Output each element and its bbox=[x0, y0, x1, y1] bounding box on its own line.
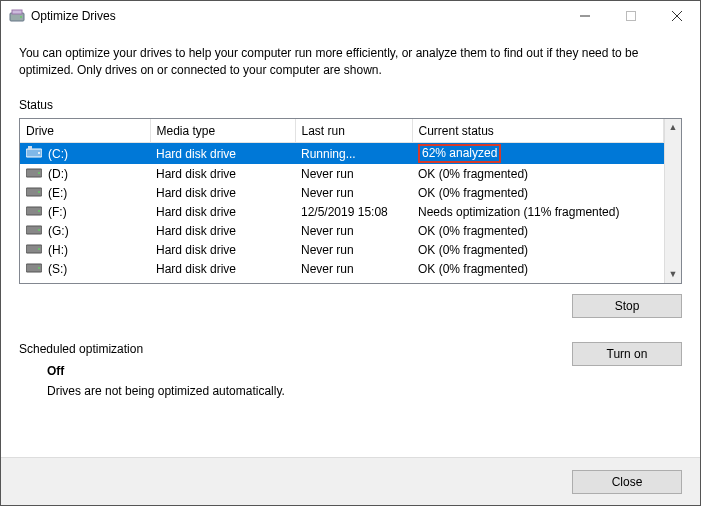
drive-label: (D:) bbox=[48, 167, 68, 181]
svg-point-9 bbox=[38, 152, 40, 154]
svg-point-13 bbox=[38, 191, 40, 193]
last-cell: Never run bbox=[295, 240, 412, 259]
status-cell: OK (0% fragmented) bbox=[412, 240, 664, 259]
svg-point-17 bbox=[38, 229, 40, 231]
drive-label: (F:) bbox=[48, 205, 67, 219]
titlebar: Optimize Drives bbox=[1, 1, 700, 31]
svg-point-15 bbox=[38, 210, 40, 212]
drive-label: (E:) bbox=[48, 186, 67, 200]
close-button[interactable]: Close bbox=[572, 470, 682, 494]
last-cell: 12/5/2019 15:08 bbox=[295, 202, 412, 221]
status-label: Status bbox=[19, 98, 682, 112]
drive-label: (G:) bbox=[48, 224, 69, 238]
scroll-down-icon[interactable]: ▼ bbox=[665, 266, 681, 283]
drive-icon bbox=[26, 242, 42, 257]
drive-icon bbox=[26, 146, 42, 161]
table-row[interactable]: (F:)Hard disk drive12/5/2019 15:08Needs … bbox=[20, 202, 664, 221]
svg-rect-4 bbox=[627, 12, 636, 21]
media-cell: Hard disk drive bbox=[150, 164, 295, 183]
status-highlight: 62% analyzed bbox=[418, 144, 501, 163]
drive-icon bbox=[26, 185, 42, 200]
last-cell: Running... bbox=[295, 143, 412, 165]
scrollbar[interactable]: ▲ ▼ bbox=[664, 119, 681, 283]
status-cell: OK (0% fragmented) bbox=[412, 183, 664, 202]
svg-point-11 bbox=[38, 172, 40, 174]
drive-icon bbox=[26, 204, 42, 219]
drive-icon bbox=[26, 166, 42, 181]
svg-point-21 bbox=[38, 267, 40, 269]
last-cell: Never run bbox=[295, 183, 412, 202]
svg-point-2 bbox=[20, 16, 22, 18]
table-row[interactable]: (S:)Hard disk driveNever runOK (0% fragm… bbox=[20, 259, 664, 278]
footer: Close bbox=[1, 457, 700, 505]
col-last[interactable]: Last run bbox=[295, 119, 412, 143]
table-row[interactable]: (D:)Hard disk driveNever runOK (0% fragm… bbox=[20, 164, 664, 183]
status-cell: OK (0% fragmented) bbox=[412, 259, 664, 278]
status-cell: 62% analyzed bbox=[412, 143, 664, 165]
last-cell: Never run bbox=[295, 221, 412, 240]
sched-desc: Drives are not being optimized automatic… bbox=[47, 384, 572, 398]
media-cell: Hard disk drive bbox=[150, 143, 295, 165]
window-title: Optimize Drives bbox=[31, 9, 116, 23]
table-row[interactable]: (H:)Hard disk driveNever runOK (0% fragm… bbox=[20, 240, 664, 259]
drive-icon bbox=[26, 261, 42, 276]
table-row[interactable]: (C:)Hard disk driveRunning...62% analyze… bbox=[20, 143, 664, 165]
table-row[interactable]: (G:)Hard disk driveNever runOK (0% fragm… bbox=[20, 221, 664, 240]
media-cell: Hard disk drive bbox=[150, 183, 295, 202]
app-icon bbox=[9, 8, 25, 24]
table-row[interactable]: (E:)Hard disk driveNever runOK (0% fragm… bbox=[20, 183, 664, 202]
drive-table: Drive Media type Last run Current status… bbox=[19, 118, 682, 284]
col-media[interactable]: Media type bbox=[150, 119, 295, 143]
sched-title: Scheduled optimization bbox=[19, 342, 572, 356]
svg-rect-1 bbox=[12, 10, 22, 14]
stop-button[interactable]: Stop bbox=[572, 294, 682, 318]
close-window-button[interactable] bbox=[654, 1, 700, 31]
media-cell: Hard disk drive bbox=[150, 259, 295, 278]
media-cell: Hard disk drive bbox=[150, 221, 295, 240]
status-cell: OK (0% fragmented) bbox=[412, 221, 664, 240]
status-cell: OK (0% fragmented) bbox=[412, 164, 664, 183]
col-drive[interactable]: Drive bbox=[20, 119, 150, 143]
minimize-button[interactable] bbox=[562, 1, 608, 31]
intro-text: You can optimize your drives to help you… bbox=[19, 45, 682, 80]
status-cell: Needs optimization (11% fragmented) bbox=[412, 202, 664, 221]
maximize-button[interactable] bbox=[608, 1, 654, 31]
last-cell: Never run bbox=[295, 259, 412, 278]
media-cell: Hard disk drive bbox=[150, 202, 295, 221]
drive-label: (H:) bbox=[48, 243, 68, 257]
scroll-up-icon[interactable]: ▲ bbox=[665, 119, 681, 136]
drive-label: (C:) bbox=[48, 147, 68, 161]
svg-point-19 bbox=[38, 248, 40, 250]
drive-label: (S:) bbox=[48, 262, 67, 276]
svg-rect-8 bbox=[28, 146, 32, 150]
sched-off: Off bbox=[47, 364, 572, 378]
turn-on-button[interactable]: Turn on bbox=[572, 342, 682, 366]
media-cell: Hard disk drive bbox=[150, 240, 295, 259]
drive-icon bbox=[26, 223, 42, 238]
last-cell: Never run bbox=[295, 164, 412, 183]
col-status[interactable]: Current status bbox=[412, 119, 664, 143]
